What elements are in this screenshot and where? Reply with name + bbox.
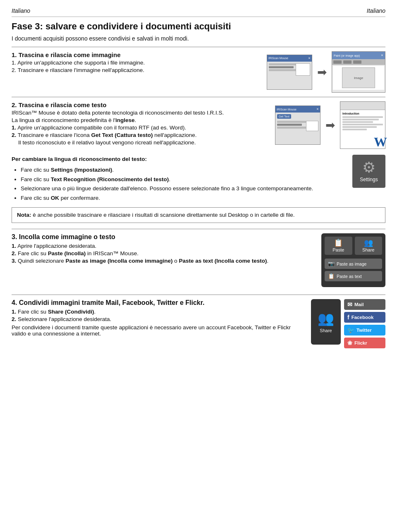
section3-step1: 1. Aprire l'applicazione desiderata.	[12, 243, 316, 249]
section2-step1: 1. Aprire un'applicazione compatibile co…	[12, 125, 271, 131]
section1-text: 1. Trascina e rilascia come immagine 1. …	[12, 51, 267, 73]
divider-2	[12, 97, 385, 97]
intro-text: I documenti acquisiti possono essere con…	[12, 35, 385, 42]
section2-images: IRIScan Mouse✕ Get Text ➡	[275, 101, 385, 149]
mail-button: ✉ Mail	[344, 299, 385, 310]
section2-extra: Il testo riconosciuto e il relativo layo…	[12, 139, 271, 146]
section1-step2: 2. Trascinare e rilasciare l'immagine ne…	[12, 67, 263, 73]
share-big-icon: 👥	[318, 311, 334, 326]
share-button-mock-3: 👥 Share	[355, 237, 383, 255]
settings-bullet-4: Fare clic su OK per confermare.	[21, 194, 347, 202]
paste-as-image-btn: 📷 Paste as image	[325, 259, 382, 269]
note-label: Nota:	[17, 212, 31, 218]
paste-share-top: 📋 Paste 👥 Share	[325, 237, 382, 255]
page-header: Italiano Italiano	[12, 7, 385, 17]
paste-share-ui: 📋 Paste 👥 Share 📷 Paste as image 📋 Paste…	[321, 233, 385, 287]
paste-icon: 📋	[334, 239, 343, 247]
page: Italiano Italiano Fase 3: salvare e cond…	[0, 0, 397, 532]
section4-images: 👥 Share ✉ Mail f Facebook 🐦 Twitter	[311, 299, 385, 348]
iriscan-screenshot-2: IRIScan Mouse✕ Get Text	[275, 105, 320, 145]
section2-title: 2. Trascina e rilascia come testo	[12, 101, 271, 108]
header-left: Italiano	[12, 7, 30, 14]
section2-inner: 2. Trascina e rilascia come testo IRISca…	[12, 101, 385, 149]
section2-intro: IRIScan™ Mouse è dotato della potente te…	[12, 110, 271, 116]
main-title: Fase 3: salvare e condividere i document…	[12, 21, 385, 32]
section3-text: 3. Incolla come immagine o testo 1. Apri…	[12, 233, 321, 264]
settings-bullet-2: Fare clic su Text Recognition (Riconosci…	[21, 175, 347, 184]
section4-step2: 2. Selezionare l'applicazione desiderata…	[12, 316, 305, 322]
settings-bullet-1: Fare clic su Settings (Impostazioni).	[21, 166, 347, 174]
arrow-1: ➡	[317, 65, 327, 79]
header-right: Italiano	[367, 7, 385, 14]
section4-extra: Per condividere i documenti tramite ques…	[12, 324, 305, 337]
paste-button-mock: 📋 Paste	[325, 237, 352, 255]
section2-lang-bold: inglese	[115, 117, 135, 123]
app-screenshot-1: Paint (or image app)✕ Image	[332, 51, 385, 93]
section1-step1-text: 1. Aprire un'applicazione che supporta i…	[12, 60, 145, 66]
paste-text-icon: 📋	[328, 273, 335, 279]
facebook-button: f Facebook	[344, 312, 385, 323]
share-label: Share	[320, 328, 332, 333]
share-icon-3: 👥	[364, 239, 373, 247]
arrow-2: ➡	[325, 118, 335, 132]
section2-step2: 2. Trascinare e rilasciare l'icona Get T…	[12, 132, 271, 138]
section4-title: 4. Condividi immagini tramite Mail, Face…	[12, 299, 305, 307]
divider-3	[12, 229, 385, 229]
divider-4	[12, 295, 385, 295]
section1-title: 1. Trascina e rilascia come immagine	[12, 51, 263, 58]
mock-body-1	[267, 62, 312, 89]
twitter-button: 🐦 Twitter	[344, 325, 385, 335]
note-text: è anche possibile trascinare e rilasciar…	[31, 212, 295, 218]
settings-bullets: Fare clic su Settings (Impostazioni). Fa…	[12, 166, 347, 202]
note-box: Nota: è anche possibile trascinare e ril…	[12, 207, 385, 223]
section2-text: 2. Trascina e rilascia come testo IRISca…	[12, 101, 275, 146]
section2: 2. Trascina e rilascia come testo IRISca…	[12, 101, 385, 203]
flickr-button: ❀ Flickr	[344, 338, 385, 348]
settings-bullet-3: Selezionare una o più lingue desiderate …	[21, 185, 347, 193]
section2-langnote: La lingua di riconoscimento predefinita …	[12, 117, 271, 123]
gear-icon: ⚙	[362, 160, 375, 175]
mail-icon: ✉	[347, 301, 352, 308]
section3-title: 3. Incolla come immagine o testo	[12, 233, 316, 241]
section3-step3: 3. Quindi selezionare Paste as image (In…	[12, 258, 316, 264]
paste-as-text-btn: 📋 Paste as text	[325, 271, 382, 281]
section3-step2: 2. Fare clic su Paste (Incolla) in IRISc…	[12, 250, 316, 256]
settings-icon-label: Settings	[360, 177, 378, 182]
twitter-icon: 🐦	[347, 327, 354, 333]
word-icon: W	[374, 134, 387, 150]
word-screenshot: Introduction W	[340, 101, 385, 149]
section1-images: IRIScan Mouse ✕ ➡ Paint (or image app)✕	[267, 51, 385, 93]
settings-intro: Per cambiare la lingua di riconoscimento…	[12, 155, 347, 164]
section1: 1. Trascina e rilascia come immagine 1. …	[12, 51, 385, 93]
facebook-icon: f	[347, 314, 349, 321]
social-buttons: ✉ Mail f Facebook 🐦 Twitter ❀ Flickr	[344, 299, 385, 348]
section4-text: 4. Condividi immagini tramite Mail, Face…	[12, 299, 311, 337]
paste-image-icon: 📷	[328, 261, 335, 267]
section1-step2-text: 2. Trascinare e rilasciare l'immagine ne…	[12, 67, 144, 73]
divider-1	[12, 47, 385, 47]
titlebar-1: IRIScan Mouse ✕	[267, 55, 312, 62]
settings-row: Per cambiare la lingua di riconoscimento…	[12, 155, 385, 203]
section4: 4. Condividi immagini tramite Mail, Face…	[12, 299, 385, 348]
settings-icon-box: ⚙ Settings	[352, 155, 385, 188]
settings-text: Per cambiare la lingua di riconoscimento…	[12, 155, 347, 203]
section1-step1: 1. Aprire un'applicazione che supporta i…	[12, 60, 263, 66]
share-icon-box: 👥 Share	[311, 299, 341, 345]
section3: 3. Incolla come immagine o testo 1. Apri…	[12, 233, 385, 287]
iriscan-screenshot-1: IRIScan Mouse ✕	[267, 55, 312, 90]
section4-step1: 1. Fare clic su Share (Condividi).	[12, 309, 305, 315]
flickr-icon: ❀	[347, 340, 352, 346]
